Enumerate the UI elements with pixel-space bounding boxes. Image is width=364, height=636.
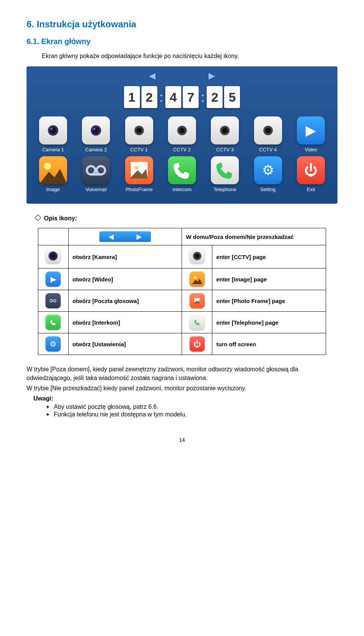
table-cell: ⏻	[182, 333, 212, 355]
svg-point-16	[97, 166, 105, 174]
svg-point-14	[44, 163, 51, 170]
list-item: Funkcja telefonu nie jest dostępna w tym…	[46, 411, 337, 418]
gear-icon: ⚙	[254, 156, 282, 184]
clock-digit: 5	[224, 86, 240, 108]
phone-icon	[168, 156, 196, 184]
table-cell: otwórz [Wideo]	[68, 269, 182, 290]
app-label: CCTV 2	[163, 147, 201, 152]
app-label: Setting	[249, 187, 287, 192]
app-setting[interactable]: ⚙ Setting	[249, 156, 287, 192]
clock-digit: 1	[124, 86, 140, 108]
table-cell: otwórz [Poczta głosowa]	[68, 290, 182, 312]
camera-icon	[39, 116, 67, 144]
table-cell	[38, 245, 69, 269]
page-number: 14	[27, 437, 337, 443]
app-camera2[interactable]: Camera 2	[77, 116, 115, 152]
power-icon: ⏻	[190, 336, 205, 352]
table-cell: turn off screen	[212, 333, 326, 355]
svg-point-23	[195, 254, 199, 258]
svg-point-11	[222, 128, 228, 133]
app-label: Camera 1	[34, 147, 72, 152]
table-cell: otwórz [Kamera]	[68, 245, 182, 269]
svg-point-26	[54, 300, 56, 302]
camera-icon	[46, 248, 61, 264]
photoframe-icon	[125, 156, 153, 184]
app-label: CCTV 3	[206, 147, 244, 152]
app-cctv3[interactable]: CCTV 3	[206, 116, 244, 152]
app-label: Image	[34, 187, 72, 192]
flip-clock: 1 2 : 4 7 : 2 5	[34, 86, 330, 108]
table-cell	[38, 312, 69, 333]
svg-point-21	[50, 253, 56, 259]
svg-point-25	[50, 300, 53, 302]
play-icon: ▶	[46, 272, 61, 287]
heading-2: 6.1. Ekran główny	[27, 37, 337, 46]
svg-point-5	[93, 128, 96, 130]
svg-point-24	[194, 276, 197, 279]
app-exit[interactable]: ⏻ Exit	[292, 156, 330, 192]
table-cell: ◀▶	[68, 228, 182, 245]
arrows-pair-icon: ◀▶	[99, 231, 151, 242]
play-icon: ▶	[297, 116, 325, 144]
table-cell	[182, 245, 212, 269]
voicemail-icon	[82, 156, 110, 184]
app-cctv2[interactable]: CCTV 2	[163, 116, 201, 152]
svg-point-2	[50, 128, 53, 130]
table-cell: enter [Telephone] page	[212, 312, 326, 333]
paragraph: W trybie [Poza domem], kiedy panel zewnę…	[27, 365, 337, 382]
power-icon: ⏻	[297, 156, 325, 184]
table-cell: enter [CCTV] page	[212, 245, 326, 269]
phone-icon	[46, 315, 61, 330]
app-label: Video	[292, 147, 330, 152]
table-cell	[38, 228, 69, 245]
app-label: Voicemail	[77, 187, 115, 192]
app-camera1[interactable]: Camera 1	[34, 116, 72, 152]
app-intercom[interactable]: Intercom	[163, 156, 201, 192]
app-label: CCTV 1	[120, 147, 158, 152]
app-photoframe[interactable]: PhotoFrame	[120, 156, 158, 192]
clock-digit: 2	[207, 86, 223, 108]
table-cell: ▶	[38, 269, 69, 290]
uwagi-label: Uwagi:	[33, 395, 337, 402]
cctv-icon	[125, 116, 153, 144]
table-cell	[182, 269, 212, 290]
svg-point-9	[179, 128, 185, 133]
svg-point-13	[265, 128, 271, 133]
diamond-bullet-icon	[35, 215, 41, 221]
svg-point-19	[134, 165, 138, 170]
cctv-icon	[211, 116, 239, 144]
table-cell: otwórz [Interkom]	[68, 312, 182, 333]
app-image[interactable]: Image	[34, 156, 72, 192]
app-label: PhotoFrame	[120, 187, 158, 192]
phone-icon	[211, 156, 239, 184]
table-cell: W domu/Poza domem/Nie przeszkadzać	[182, 228, 326, 245]
device-screenshot: ◀ ▶ 1 2 : 4 7 : 2 5 Camera 1 C	[27, 66, 337, 204]
app-telephone[interactable]: Telephone	[206, 156, 244, 192]
clock-colon: :	[200, 86, 205, 108]
app-label: Telephone	[206, 187, 244, 192]
svg-point-7	[136, 128, 142, 133]
cctv-icon	[190, 248, 205, 264]
image-icon	[190, 272, 205, 287]
cctv-icon	[168, 116, 196, 144]
phone-icon	[190, 315, 205, 330]
notes-list: Aby ustawić pocztę głosową, patrz 6.6. F…	[46, 404, 337, 418]
app-label: CCTV 4	[249, 147, 287, 152]
gear-icon: ⚙	[46, 336, 61, 352]
clock-digit: 2	[141, 86, 157, 108]
opis-heading: Opis ikony:	[36, 215, 337, 222]
icon-description-table: ◀▶ W domu/Poza domem/Nie przeszkadzać ot…	[38, 228, 326, 355]
table-cell: enter [Photo Frame] page	[212, 290, 326, 312]
app-voicemail[interactable]: Voicemail	[77, 156, 115, 192]
app-cctv1[interactable]: CCTV 1	[120, 116, 158, 152]
app-label: Intercom	[163, 187, 201, 192]
arrow-right-icon: ▶	[209, 71, 215, 81]
pager-arrows: ◀ ▶	[34, 71, 330, 81]
table-cell	[182, 312, 212, 333]
app-cctv4[interactable]: CCTV 4	[249, 116, 287, 152]
app-video[interactable]: ▶ Video	[292, 116, 330, 152]
table-cell	[38, 290, 69, 312]
cctv-icon	[254, 116, 282, 144]
table-cell: ⚙	[38, 333, 69, 355]
heading-1: 6. Instrukcja użytkowania	[27, 19, 337, 30]
